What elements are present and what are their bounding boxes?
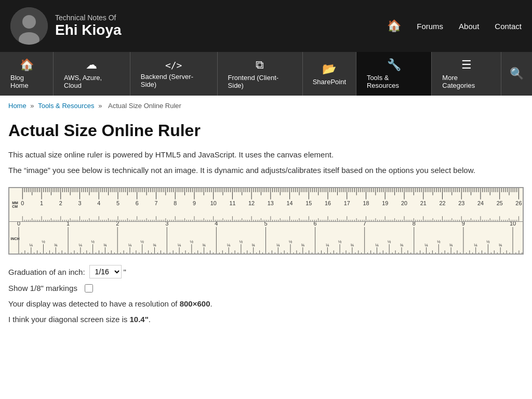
menu-icon: ☰ [461,58,472,72]
svg-text:16: 16 [325,200,331,206]
ruler-mm-svg: 0123456789101112131415161718192021222324… [9,188,523,221]
nav-more[interactable]: ☰ More Categories [432,52,501,96]
svg-text:¼: ¼ [29,243,33,247]
svg-text:½: ½ [486,240,490,244]
svg-text:17: 17 [344,200,350,206]
breadcrumb-home[interactable]: Home [8,102,26,110]
svg-text:¾: ¾ [351,243,354,247]
ruler-inch-svg: 0¼½¾1¼½¾2¼½¾3¼½¾4¼½¾5¼½¾6¼½¾7¼½¾8¼½¾9¼½¾… [9,222,523,255]
category-nav: 🏠 Blog Home ☁ AWS, Azure, Cloud </> Back… [0,52,532,96]
svg-text:¾: ¾ [251,243,255,247]
svg-text:10: 10 [510,222,516,227]
nav-aws-label: AWS, Azure, Cloud [64,74,119,89]
header-nav: 🏠 Forums About Contact [387,19,522,33]
diagonal-post: . [149,315,151,324]
nav-about[interactable]: About [459,22,479,31]
search-button[interactable]: 🔍 [501,52,532,96]
svg-text:9: 9 [462,222,465,227]
svg-text:½: ½ [437,240,441,244]
graduation-label: Graduation of an inch: [8,268,85,276]
svg-text:¼: ¼ [375,243,379,247]
svg-text:½: ½ [91,240,95,244]
show-markings-row: Show 1/8" markings [8,284,524,292]
resolution-text-1: Your display was detected to have a reso… [8,298,524,310]
description-1: This actual size online ruler is powered… [8,149,524,161]
resolution-value: 800×600 [180,299,210,308]
svg-text:14: 14 [287,200,293,206]
nav-forums[interactable]: Forums [417,22,443,31]
svg-text:8: 8 [174,200,177,206]
nav-sharepoint[interactable]: 📂 SharePoint [303,52,356,96]
svg-text:7: 7 [363,222,366,227]
breadcrumb-current: Actual Size Online Ruler [108,102,181,110]
svg-text:¼: ¼ [276,243,280,247]
svg-text:20: 20 [401,200,407,206]
svg-text:¼: ¼ [227,243,231,247]
svg-text:10: 10 [210,200,217,206]
home-icon: 🏠 [20,58,34,72]
svg-text:1: 1 [66,222,70,227]
svg-text:11: 11 [229,200,235,206]
nav-tools-label: Tools & Resources [367,74,421,89]
ruler-mm-cm: MMCM 01234567891011121314151617181920212… [9,188,523,222]
main-content: Actual Size Online Ruler This actual siz… [0,116,532,344]
home-icon-button[interactable]: 🏠 [387,19,401,33]
resolution-text-2: I think your diagonal screen size is 10.… [8,313,524,326]
svg-text:¼: ¼ [424,243,428,247]
svg-text:6: 6 [136,200,139,206]
svg-text:8: 8 [413,222,416,227]
graduation-row: Graduation of an inch: 1/4 1/8 1/16 1/32… [8,265,524,278]
controls: Graduation of an inch: 1/4 1/8 1/16 1/32… [8,265,524,292]
svg-text:2: 2 [59,200,62,206]
svg-text:½: ½ [190,240,193,244]
site-branding: Technical Notes Of Ehi Kioya [10,7,122,45]
nav-backend[interactable]: </> Backend (Server-Side) [130,52,218,96]
nav-frontend[interactable]: ⧉ Frontend (Client-Side) [218,52,303,96]
folder-icon: 📂 [322,62,336,76]
svg-text:12: 12 [248,200,255,206]
breadcrumb: Home » Tools & Resources » Actual Size O… [0,96,532,116]
nav-more-label: More Categories [442,74,490,89]
svg-text:0: 0 [21,200,24,206]
svg-text:21: 21 [420,200,427,206]
avatar [10,7,48,45]
show-markings-checkbox[interactable] [85,284,93,292]
svg-text:½: ½ [338,240,342,244]
svg-text:25: 25 [497,200,503,206]
resolution-post: . [210,299,212,308]
svg-text:¾: ¾ [449,243,453,247]
svg-text:¼: ¼ [326,243,329,247]
svg-text:13: 13 [268,200,274,206]
svg-text:¾: ¾ [301,243,304,247]
svg-text:¼: ¼ [178,243,181,247]
svg-text:2: 2 [116,222,119,227]
svg-text:¾: ¾ [54,243,58,247]
svg-text:¾: ¾ [400,243,404,247]
svg-text:19: 19 [382,200,388,206]
svg-text:3: 3 [165,222,168,227]
nav-blog-home-label: Blog Home [10,74,43,89]
ruler-mmcm-label: MMCM [11,188,19,221]
svg-text:½: ½ [42,240,45,244]
svg-text:6: 6 [314,222,317,227]
svg-text:18: 18 [363,200,369,206]
graduation-select[interactable]: 1/4 1/8 1/16 1/32 [89,265,122,278]
breadcrumb-tools[interactable]: Tools & Resources [38,102,94,110]
svg-text:¾: ¾ [103,243,107,247]
svg-text:½: ½ [388,240,391,244]
wrench-icon: 🔧 [387,58,401,72]
nav-aws[interactable]: ☁ AWS, Azure, Cloud [54,52,130,96]
svg-text:3: 3 [78,200,81,206]
svg-text:¾: ¾ [153,243,156,247]
svg-text:23: 23 [458,200,464,206]
nav-backend-label: Backend (Server-Side) [141,73,207,88]
svg-text:¾: ¾ [499,243,502,247]
svg-text:½: ½ [289,240,292,244]
nav-tools[interactable]: 🔧 Tools & Resources [356,52,432,96]
nav-contact[interactable]: Contact [495,22,522,31]
nav-blog-home[interactable]: 🏠 Blog Home [0,52,54,96]
resolution-pre: Your display was detected to have a reso… [8,299,180,308]
svg-text:4: 4 [97,200,100,206]
nav-frontend-label: Frontend (Client-Side) [228,74,292,89]
svg-text:½: ½ [240,240,243,244]
